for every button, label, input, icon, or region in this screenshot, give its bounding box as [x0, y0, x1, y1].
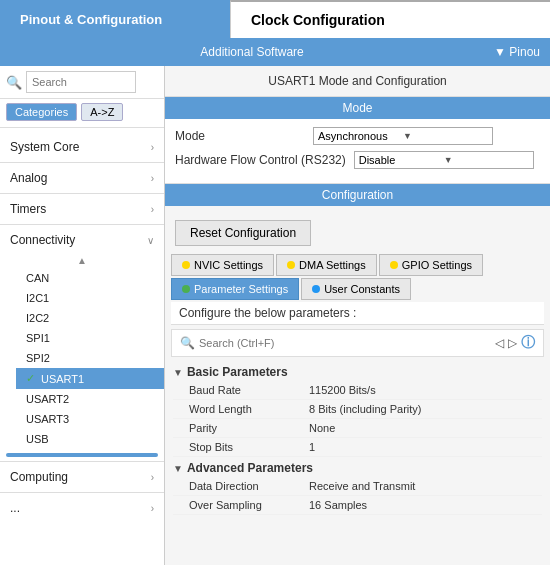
tab-nvic[interactable]: NVIC Settings [171, 254, 274, 276]
hw-flow-label: Hardware Flow Control (RS232) [175, 153, 346, 167]
hw-flow-select[interactable]: Disable ▼ [354, 151, 534, 169]
param-data-direction-name: Data Direction [189, 480, 309, 492]
sub-header-pinout[interactable]: ▼ Pinou [494, 45, 540, 59]
user-dot [312, 285, 320, 293]
param-data-direction-value: Receive and Transmit [309, 480, 415, 492]
sidebar-item-spi2[interactable]: SPI2 [16, 348, 164, 368]
basic-params-header[interactable]: ▼ Basic Parameters [173, 361, 542, 381]
param-parity-value: None [309, 422, 335, 434]
div4 [0, 224, 164, 225]
param-baud-rate: Baud Rate 115200 Bits/s [173, 381, 542, 400]
sidebar-item-usart1[interactable]: ✓ USART1 [16, 368, 164, 389]
mode-select[interactable]: Asynchronous ▼ [313, 127, 493, 145]
collapse-basic-icon: ▼ [173, 367, 183, 378]
scrollbar [6, 453, 158, 457]
sidebar-item-i2c2[interactable]: I2C2 [16, 308, 164, 328]
param-word-length-name: Word Length [189, 403, 309, 415]
sidebar-item-computing-label: Computing [10, 470, 68, 484]
param-parity: Parity None [173, 419, 542, 438]
search-params-icon: 🔍 [180, 336, 195, 350]
sidebar-item-usart3[interactable]: USART3 [16, 409, 164, 429]
search-bar: 🔍 [0, 66, 164, 99]
search-params-input[interactable] [199, 337, 491, 349]
basic-params-label: Basic Parameters [187, 365, 288, 379]
content-area: USART1 Mode and Configuration Mode Mode … [165, 66, 550, 565]
collapse-advanced-icon: ▼ [173, 463, 183, 474]
config-tabs-row-2: Parameter Settings User Constants [165, 278, 550, 300]
sidebar-item-system-core[interactable]: System Core › [0, 134, 164, 160]
chevron-right-icon: › [151, 142, 154, 153]
param-over-sampling-name: Over Sampling [189, 499, 309, 511]
config-section: Reset Configuration NVIC Settings DMA Se… [165, 206, 550, 523]
tab-clock-label: Clock Configuration [251, 12, 385, 28]
chevron-down-icon: ∨ [147, 235, 154, 246]
sidebar-item-timers[interactable]: Timers › [0, 196, 164, 222]
config-tabs-row: NVIC Settings DMA Settings GPIO Settings [165, 254, 550, 276]
filter-buttons: Categories A->Z [0, 99, 164, 125]
param-word-length-value: 8 Bits (including Parity) [309, 403, 422, 415]
div5 [0, 461, 164, 462]
filter-categories-btn[interactable]: Categories [6, 103, 77, 121]
hw-flow-value: Disable [359, 154, 444, 166]
param-stop-bits: Stop Bits 1 [173, 438, 542, 457]
tab-gpio-label: GPIO Settings [402, 259, 472, 271]
param-baud-rate-name: Baud Rate [189, 384, 309, 396]
sub-header: Additional Software ▼ Pinou [0, 38, 550, 66]
info-icon[interactable]: ⓘ [521, 334, 535, 352]
nvic-dot [182, 261, 190, 269]
div6 [0, 492, 164, 493]
sidebar-item-analog[interactable]: Analog › [0, 165, 164, 191]
tab-pinout[interactable]: Pinout & Configuration [0, 0, 230, 38]
configure-text: Configure the below parameters : [171, 302, 544, 325]
param-word-length: Word Length 8 Bits (including Parity) [173, 400, 542, 419]
sidebar-item-can[interactable]: CAN [16, 268, 164, 288]
sidebar-item-more-label: ... [10, 501, 20, 515]
tab-clock[interactable]: Clock Configuration [230, 0, 550, 38]
sidebar-item-i2c1[interactable]: I2C1 [16, 288, 164, 308]
gpio-dot [390, 261, 398, 269]
param-parity-name: Parity [189, 422, 309, 434]
tab-dma-label: DMA Settings [299, 259, 366, 271]
tab-user[interactable]: User Constants [301, 278, 411, 300]
sidebar-item-more[interactable]: ... › [0, 495, 164, 521]
reset-config-button[interactable]: Reset Configuration [175, 220, 311, 246]
checkmark-icon: ✓ [26, 372, 35, 385]
mode-section-header: Mode [165, 97, 550, 119]
param-over-sampling-value: 16 Samples [309, 499, 367, 511]
mode-select-value: Asynchronous [318, 130, 403, 142]
tab-gpio[interactable]: GPIO Settings [379, 254, 483, 276]
sidebar-item-connectivity[interactable]: Connectivity ∨ [0, 227, 164, 253]
param-stop-bits-name: Stop Bits [189, 441, 309, 453]
mode-select-arrow: ▼ [403, 131, 488, 141]
sidebar-item-timers-label: Timers [10, 202, 46, 216]
search-icon[interactable]: 🔍 [6, 75, 22, 90]
filter-az-btn[interactable]: A->Z [81, 103, 123, 121]
param-data-direction: Data Direction Receive and Transmit [173, 477, 542, 496]
config-section-header: Configuration [165, 184, 550, 206]
sidebar-item-usb[interactable]: USB [16, 429, 164, 449]
sidebar-item-spi1[interactable]: SPI1 [16, 328, 164, 348]
search-next-btn[interactable]: ▷ [508, 336, 517, 350]
tab-dma[interactable]: DMA Settings [276, 254, 377, 276]
advanced-params-header[interactable]: ▼ Advanced Parameters [173, 457, 542, 477]
sidebar-item-computing[interactable]: Computing › [0, 464, 164, 490]
tab-params[interactable]: Parameter Settings [171, 278, 299, 300]
mode-row: Mode Asynchronous ▼ [175, 127, 540, 145]
div2 [0, 162, 164, 163]
params-container: ▼ Basic Parameters Baud Rate 115200 Bits… [165, 359, 550, 517]
mode-label: Mode [175, 129, 305, 143]
scroll-up-arrow[interactable]: ▲ [0, 253, 164, 268]
params-dot [182, 285, 190, 293]
hw-flow-row: Hardware Flow Control (RS232) Disable ▼ [175, 151, 540, 169]
search-params-bar: 🔍 ◁ ▷ ⓘ [171, 329, 544, 357]
param-over-sampling: Over Sampling 16 Samples [173, 496, 542, 515]
sidebar-item-system-core-label: System Core [10, 140, 79, 154]
sidebar-item-usart2[interactable]: USART2 [16, 389, 164, 409]
search-input[interactable] [26, 71, 136, 93]
tab-params-label: Parameter Settings [194, 283, 288, 295]
sidebar-divider-1 [0, 127, 164, 128]
connectivity-sub-items: CAN I2C1 I2C2 SPI1 SPI2 ✓ USART1 USART2 … [0, 268, 164, 449]
tab-user-label: User Constants [324, 283, 400, 295]
advanced-params-label: Advanced Parameters [187, 461, 313, 475]
search-prev-btn[interactable]: ◁ [495, 336, 504, 350]
